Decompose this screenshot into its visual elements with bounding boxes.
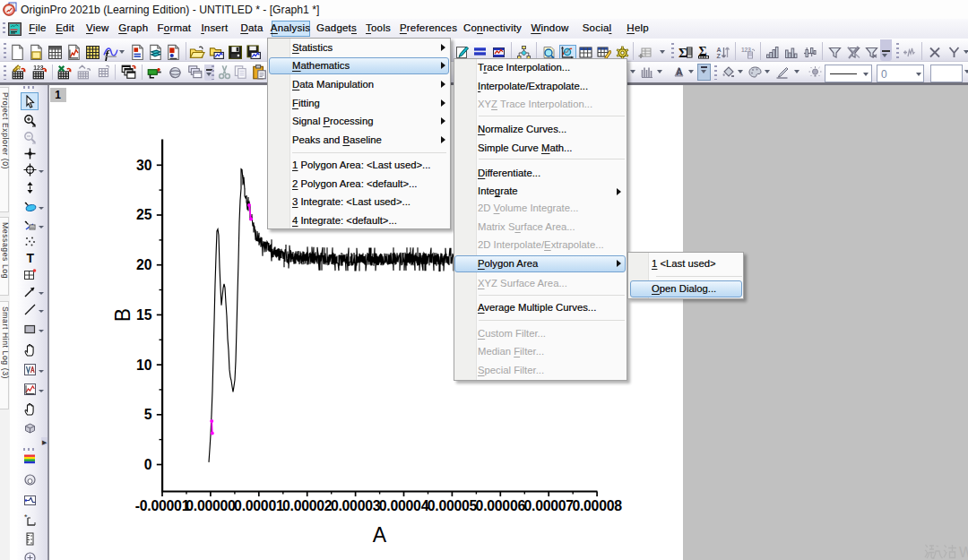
svg-text:123: 123 bbox=[33, 65, 43, 71]
svg-text:20: 20 bbox=[136, 257, 152, 272]
svg-text:10: 10 bbox=[136, 357, 152, 372]
svg-text:15: 15 bbox=[136, 306, 152, 322]
svg-text:0.00003: 0.00003 bbox=[331, 497, 381, 513]
svg-text:25: 25 bbox=[136, 207, 152, 222]
svg-text:B: B bbox=[111, 307, 134, 321]
svg-text:f: f bbox=[105, 48, 110, 61]
svg-text:W: W bbox=[959, 545, 968, 560]
svg-text:A: A bbox=[716, 47, 721, 53]
svg-text:0: 0 bbox=[144, 456, 152, 471]
svg-text:0.00004: 0.00004 bbox=[379, 497, 429, 513]
svg-text:-0.00001: -0.00001 bbox=[135, 497, 190, 513]
svg-text:0.00005: 0.00005 bbox=[428, 497, 478, 513]
svg-text:30: 30 bbox=[136, 157, 152, 172]
svg-text:A: A bbox=[373, 523, 387, 547]
svg-text:0.00007: 0.00007 bbox=[524, 497, 575, 513]
svg-text:0.00008: 0.00008 bbox=[572, 497, 622, 513]
svg-text:0.00000: 0.00000 bbox=[186, 497, 236, 513]
svg-text:123: 123 bbox=[741, 47, 751, 53]
svg-text:Σ: Σ bbox=[678, 46, 687, 60]
svg-text:T: T bbox=[26, 250, 34, 264]
svg-text:0.00001: 0.00001 bbox=[234, 497, 284, 513]
svg-text:Z: Z bbox=[716, 53, 721, 59]
svg-text:0.00006: 0.00006 bbox=[476, 497, 526, 513]
svg-text:5: 5 bbox=[144, 407, 152, 422]
svg-text:0.00002: 0.00002 bbox=[282, 497, 333, 513]
svg-text:A: A bbox=[676, 67, 682, 77]
